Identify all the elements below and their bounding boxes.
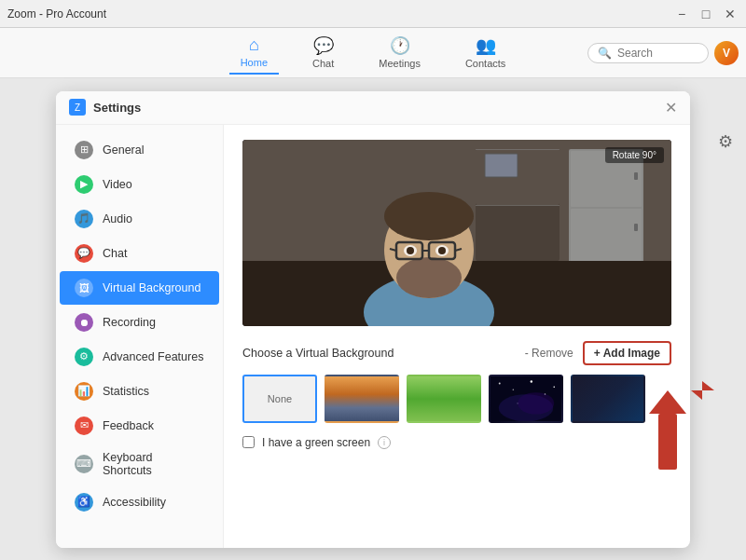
nav-bar: ⌂ Home 💬 Chat 🕐 Meetings 👥 Contacts 🔍 V <box>0 28 746 78</box>
title-bar: Zoom - Pro Account − □ ✕ <box>0 0 746 28</box>
tab-contacts-label: Contacts <box>465 58 505 69</box>
sidebar-label-keyboard: Keyboard Shortcuts <box>103 451 204 477</box>
none-label: None <box>268 393 292 404</box>
tab-home[interactable]: ⌂ Home <box>229 32 279 75</box>
sidebar-label-general: General <box>103 143 144 157</box>
tab-meetings-label: Meetings <box>379 58 421 69</box>
chat-icon: 💬 <box>75 244 93 263</box>
nav-tabs: ⌂ Home 💬 Chat 🕐 Meetings 👥 Contacts <box>229 32 518 75</box>
sidebar-label-statistics: Statistics <box>103 385 149 398</box>
sidebar-label-advanced: Advanced Features <box>103 350 203 363</box>
svg-rect-6 <box>485 154 518 177</box>
search-icon: 🔍 <box>598 47 612 60</box>
accessibility-icon: ♿ <box>75 493 93 512</box>
advanced-icon: ⚙ <box>75 348 93 366</box>
green-screen-row: I have a green screen i <box>242 436 671 449</box>
settings-header: Z Settings ✕ <box>56 91 690 125</box>
sidebar-label-accessibility: Accessibility <box>103 496 166 509</box>
sidebar-item-advanced[interactable]: ⚙ Advanced Features <box>60 340 219 374</box>
svg-rect-4 <box>476 149 560 150</box>
svg-point-16 <box>396 257 462 298</box>
sidebar-item-virtual-background[interactable]: 🖼 Virtual Background <box>60 271 219 305</box>
svg-point-33 <box>553 386 555 388</box>
sidebar-item-chat[interactable]: 💬 Chat <box>60 237 219 270</box>
meetings-icon: 🕐 <box>390 35 410 56</box>
window-controls: − □ ✕ <box>673 6 739 22</box>
bg-section-title: Choose a Virtual Background <box>242 347 525 360</box>
svg-point-29 <box>513 389 515 390</box>
user-avatar[interactable]: V <box>714 41 739 65</box>
svg-rect-10 <box>634 172 638 180</box>
settings-content-panel: Rotate 90° Choose a Virtual Background -… <box>224 125 690 548</box>
bg-thumb-space[interactable] <box>489 375 563 423</box>
bg-thumb-green[interactable] <box>407 375 481 423</box>
close-window-button[interactable]: ✕ <box>722 6 739 22</box>
video-icon: ▶ <box>75 175 93 194</box>
tab-chat-label: Chat <box>312 58 334 69</box>
sidebar-item-audio[interactable]: 🎵 Audio <box>60 202 219 236</box>
svg-point-35 <box>518 392 554 414</box>
svg-rect-11 <box>634 224 638 231</box>
sidebar-item-accessibility[interactable]: ♿ Accessibility <box>60 485 219 519</box>
keyboard-icon: ⌨ <box>75 455 93 473</box>
svg-marker-36 <box>691 381 714 400</box>
settings-title: Settings <box>93 101 665 115</box>
tab-home-label: Home <box>241 57 268 68</box>
audio-icon: 🎵 <box>75 210 93 228</box>
main-content: ⚙ Z Settings ✕ ⊞ General ▶ Video <box>0 78 746 560</box>
search-box: 🔍 <box>587 43 709 63</box>
bg-section-header: Choose a Virtual Background - Remove + A… <box>242 341 671 365</box>
sidebar-item-feedback[interactable]: ✉ Feedback <box>60 409 219 443</box>
rotate-button[interactable]: Rotate 90° <box>605 147 664 163</box>
sidebar-label-chat: Chat <box>103 247 127 260</box>
recording-icon: ⏺ <box>75 313 93 332</box>
gear-icon[interactable]: ⚙ <box>718 131 733 152</box>
green-screen-label[interactable]: I have a green screen <box>262 436 370 449</box>
sidebar-item-recording[interactable]: ⏺ Recording <box>60 306 219 339</box>
bg-thumb-golden-gate[interactable] <box>325 375 399 423</box>
sidebar-item-video[interactable]: ▶ Video <box>60 168 219 201</box>
add-image-button[interactable]: + Add Image <box>583 341 671 365</box>
svg-rect-9 <box>571 209 642 268</box>
home-icon: ⌂ <box>249 35 259 55</box>
contacts-icon: 👥 <box>476 35 496 56</box>
svg-point-25 <box>407 247 414 254</box>
general-icon: ⊞ <box>75 141 93 159</box>
maximize-button[interactable]: □ <box>698 6 714 22</box>
statistics-icon: 📊 <box>75 382 93 401</box>
settings-close-button[interactable]: ✕ <box>665 99 677 116</box>
tab-chat[interactable]: 💬 Chat <box>301 32 345 75</box>
sidebar-item-general[interactable]: ⊞ General <box>60 133 219 167</box>
sidebar-item-statistics[interactable]: 📊 Statistics <box>60 375 219 408</box>
svg-point-30 <box>531 380 532 382</box>
settings-logo-icon: Z <box>69 99 86 116</box>
settings-sidebar: ⊞ General ▶ Video 🎵 Audio 💬 Chat 🖼 <box>56 125 224 548</box>
minimize-button[interactable]: − <box>673 6 690 22</box>
tab-contacts[interactable]: 👥 Contacts <box>454 32 517 75</box>
camera-feed <box>242 140 671 326</box>
space-bg-preview <box>490 376 561 422</box>
green-screen-checkbox[interactable] <box>242 436 255 448</box>
svg-point-26 <box>438 247 446 254</box>
virtual-bg-icon: 🖼 <box>75 279 93 297</box>
sidebar-item-keyboard-shortcuts[interactable]: ⌨ Keyboard Shortcuts <box>60 444 219 485</box>
tab-meetings[interactable]: 🕐 Meetings <box>367 32 432 75</box>
svg-point-17 <box>384 192 474 240</box>
camera-preview: Rotate 90° <box>242 140 671 326</box>
background-grid: None <box>242 375 671 423</box>
app-title: Zoom - Pro Account <box>7 7 673 20</box>
bg-thumb-none[interactable]: None <box>242 375 317 423</box>
feedback-icon: ✉ <box>75 417 93 435</box>
sidebar-label-video: Video <box>103 178 132 191</box>
remove-background-button[interactable]: - Remove <box>525 347 573 360</box>
info-icon[interactable]: i <box>378 436 391 449</box>
chat-nav-icon: 💬 <box>313 35 334 56</box>
sidebar-label-feedback: Feedback <box>103 419 154 432</box>
settings-modal: Z Settings ✕ ⊞ General ▶ Video 🎵 Audio <box>56 91 690 548</box>
sidebar-label-recording: Recording <box>103 316 156 329</box>
bg-thumb-dark[interactable] <box>571 375 645 423</box>
settings-body: ⊞ General ▶ Video 🎵 Audio 💬 Chat 🖼 <box>56 125 690 548</box>
search-input[interactable] <box>617 47 698 60</box>
sidebar-label-virtual-background: Virtual Background <box>103 281 200 294</box>
sidebar-label-audio: Audio <box>103 212 132 225</box>
